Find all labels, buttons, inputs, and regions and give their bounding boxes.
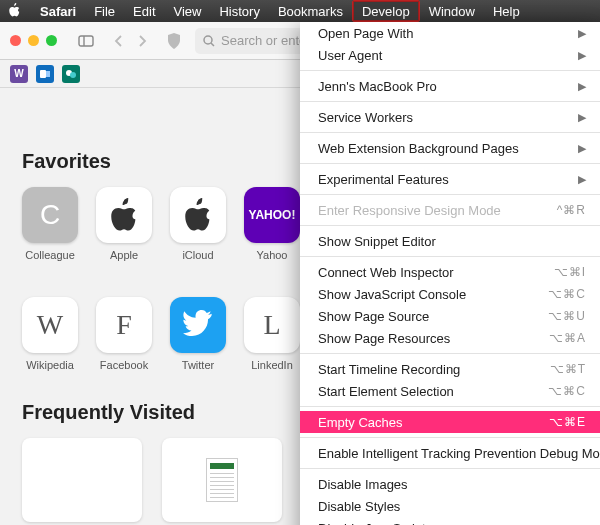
menu-item-shortcut: ⌥⌘T [550,362,586,376]
favorite-linkedin[interactable]: LLinkedIn [244,297,300,371]
develop-menu-dropdown: Open Page With▶User Agent▶Jenn's MacBook… [300,22,600,525]
svg-point-2 [204,36,212,44]
menu-item-label: Enter Responsive Design Mode [318,203,501,218]
menu-item-enter-responsive-design-mode: Enter Responsive Design Mode^⌘R [300,199,600,221]
chevron-right-icon: ▶ [578,49,586,62]
menu-item-label: Connect Web Inspector [318,265,454,280]
menu-item-empty-caches[interactable]: Empty Caches⌥⌘E [300,411,600,433]
menubar-item-edit[interactable]: Edit [124,0,164,22]
favorite-tile[interactable]: YAHOO! [244,187,300,243]
menubar-item-help[interactable]: Help [484,0,529,22]
menu-item-disable-images[interactable]: Disable Images [300,473,600,495]
menubar: SafariFileEditViewHistoryBookmarksDevelo… [0,0,600,22]
frequent-site[interactable]: outlook.office.com [22,438,142,525]
menu-item-label: Enable Intelligent Tracking Prevention D… [318,446,600,461]
close-window-button[interactable] [10,35,21,46]
menu-item-show-javascript-console[interactable]: Show JavaScript Console⌥⌘C [300,283,600,305]
menu-item-shortcut: ⌥⌘U [548,309,586,323]
menu-item-shortcut: ⌥⌘A [549,331,586,345]
favorite-icloud[interactable]: iCloud [170,187,226,261]
menu-item-shortcut: ^⌘R [557,203,586,217]
site-thumbnail[interactable] [22,438,142,522]
menubar-item-bookmarks[interactable]: Bookmarks [269,0,352,22]
menu-item-show-snippet-editor[interactable]: Show Snippet Editor [300,230,600,252]
menu-item-shortcut: ⌥⌘C [548,384,586,398]
chevron-right-icon: ▶ [578,142,586,155]
menu-item-start-element-selection[interactable]: Start Element Selection⌥⌘C [300,380,600,402]
menu-item-label: Disable Styles [318,499,400,514]
favorite-facebook[interactable]: FFacebook [96,297,152,371]
frequent-site[interactable]: forms.office.com [162,438,282,525]
menu-item-label: Web Extension Background Pages [318,141,519,156]
menu-item-connect-web-inspector[interactable]: Connect Web Inspector⌥⌘I [300,261,600,283]
menu-item-label: Disable JavaScript [318,521,426,526]
favorite-label: Twitter [170,359,226,371]
menu-item-experimental-features[interactable]: Experimental Features▶ [300,168,600,190]
fullscreen-window-button[interactable] [46,35,57,46]
favorite-tile[interactable] [96,187,152,243]
favorite-twitter[interactable]: Twitter [170,297,226,371]
apple-menu-icon[interactable] [8,3,21,20]
favorite-label: Yahoo [244,249,300,261]
menu-item-shortcut: ⌥⌘C [548,287,586,301]
favorite-tile[interactable] [170,187,226,243]
menubar-item-develop[interactable]: Develop [352,0,420,22]
favorite-tile[interactable]: L [244,297,300,353]
chevron-right-icon: ▶ [578,27,586,40]
menubar-item-history[interactable]: History [210,0,268,22]
bookmark-item-sharepoint[interactable] [62,65,80,83]
menu-item-show-page-resources[interactable]: Show Page Resources⌥⌘A [300,327,600,349]
menu-item-shortcut: ⌥⌘I [554,265,586,279]
menu-item-label: Show JavaScript Console [318,287,466,302]
menu-item-label: Service Workers [318,110,413,125]
bookmark-item-w[interactable]: W [10,65,28,83]
forward-button[interactable] [131,30,153,52]
menubar-item-view[interactable]: View [165,0,211,22]
menu-item-disable-styles[interactable]: Disable Styles [300,495,600,517]
site-thumbnail[interactable] [162,438,282,522]
menu-item-label: Start Element Selection [318,384,454,399]
favorite-tile[interactable]: C [22,187,78,243]
favorite-colleague[interactable]: CColleague [22,187,78,261]
menu-item-label: Empty Caches [318,415,403,430]
favorite-tile[interactable]: F [96,297,152,353]
menubar-item-window[interactable]: Window [420,0,484,22]
menu-item-label: Show Page Resources [318,331,450,346]
window-controls[interactable] [10,35,57,46]
menu-item-shortcut: ⌥⌘E [549,415,586,429]
favorite-apple[interactable]: Apple [96,187,152,261]
menu-item-service-workers[interactable]: Service Workers▶ [300,106,600,128]
sidebar-toggle-button[interactable] [75,30,97,52]
menu-item-label: User Agent [318,48,382,63]
back-button[interactable] [107,30,129,52]
menu-item-label: Show Page Source [318,309,429,324]
favorite-wikipedia[interactable]: WWikipedia [22,297,78,371]
menu-item-user-agent[interactable]: User Agent▶ [300,44,600,66]
chevron-right-icon: ▶ [578,173,586,186]
svg-rect-0 [79,36,93,46]
chevron-right-icon: ▶ [578,111,586,124]
bookmark-item-outlook[interactable] [36,65,54,83]
svg-line-3 [211,43,214,46]
menubar-item-file[interactable]: File [85,0,124,22]
favorite-label: LinkedIn [244,359,300,371]
chevron-right-icon: ▶ [578,80,586,93]
menu-item-enable-intelligent-tracking-prevention-debug-mode[interactable]: Enable Intelligent Tracking Prevention D… [300,442,600,464]
menu-item-web-extension-background-pages[interactable]: Web Extension Background Pages▶ [300,137,600,159]
menu-item-disable-javascript[interactable]: Disable JavaScript [300,517,600,525]
favorite-label: Colleague [22,249,78,261]
svg-rect-5 [46,71,50,77]
menu-item-label: Open Page With [318,26,413,41]
privacy-shield-icon[interactable] [163,30,185,52]
menu-item-show-page-source[interactable]: Show Page Source⌥⌘U [300,305,600,327]
favorite-tile[interactable]: W [22,297,78,353]
menu-item-start-timeline-recording[interactable]: Start Timeline Recording⌥⌘T [300,358,600,380]
minimize-window-button[interactable] [28,35,39,46]
menubar-app-name[interactable]: Safari [31,0,85,22]
menu-item-open-page-with[interactable]: Open Page With▶ [300,22,600,44]
menu-item-jenn-s-macbook-pro[interactable]: Jenn's MacBook Pro▶ [300,75,600,97]
menu-item-label: Disable Images [318,477,408,492]
favorite-tile[interactable] [170,297,226,353]
favorite-yahoo[interactable]: YAHOO!Yahoo [244,187,300,261]
menu-item-label: Start Timeline Recording [318,362,460,377]
